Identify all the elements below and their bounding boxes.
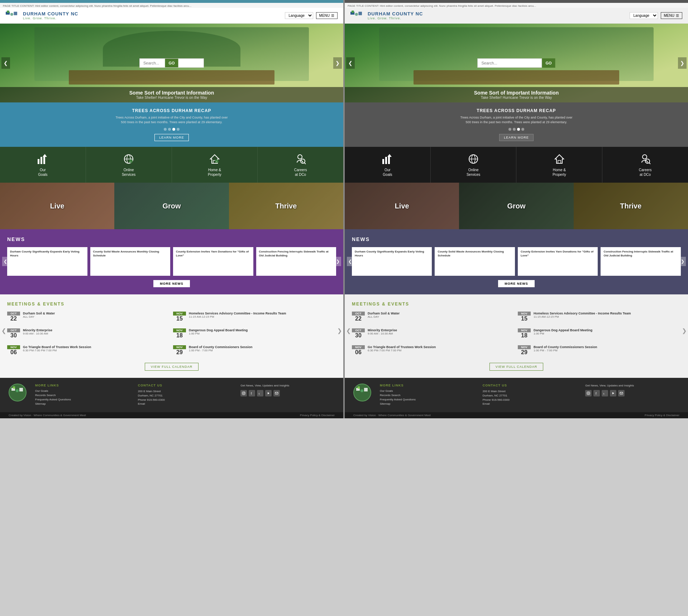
right-hero-caption-title: Some Sort of Important Information — [348, 90, 685, 96]
footer-email-link[interactable]: Email — [138, 402, 232, 405]
language-select[interactable]: Language English Spanish — [285, 12, 313, 19]
news-card-3[interactable]: County Extension Invites Yarn Donations … — [173, 247, 253, 276]
right-meeting-info-2: Homeless Services Advisory Committee - I… — [534, 312, 631, 318]
right-quick-label-careers: Careersat DCo — [639, 168, 652, 177]
right-meeting-sub-3: 9:00 AM - 10:30 AM — [368, 332, 397, 335]
meeting-sub-1: ALL DAY — [23, 315, 55, 318]
right-hero-next-button[interactable]: ❯ — [678, 57, 687, 69]
svg-rect-33 — [352, 10, 354, 13]
right-footer-link-records[interactable]: Records Search — [380, 394, 474, 397]
right-news-card-2[interactable]: County Solid Waste Announces Monthly Clo… — [435, 247, 515, 276]
right-lgt-grow[interactable]: Grow — [459, 183, 573, 229]
right-twitter-icon[interactable]: t — [602, 390, 608, 396]
meeting-date-2: NOV 15 — [173, 312, 186, 322]
svg-rect-44 — [558, 160, 561, 163]
svg-rect-3 — [14, 11, 17, 15]
quick-link-online[interactable]: ⌂ OnlineServices — [86, 147, 172, 183]
svg-point-54 — [588, 393, 589, 394]
right-news-next-button[interactable]: ❯ — [679, 257, 686, 266]
footer-link-sitemap[interactable]: Sitemap — [35, 402, 129, 405]
meetings-prev-button[interactable]: ❮ — [1, 327, 6, 334]
right-info-banner-body: Trees Across Durham, a joint initiative … — [459, 115, 574, 124]
news-card-2[interactable]: County Solid Waste Announces Monthly Clo… — [90, 247, 171, 276]
hero-next-button[interactable]: ❯ — [333, 57, 342, 69]
right-facebook-icon[interactable]: f — [593, 390, 600, 396]
lgt-live[interactable]: Live — [0, 183, 114, 229]
svg-rect-23 — [16, 389, 19, 392]
right-footer-link-goals[interactable]: Our Goals — [380, 389, 474, 393]
view-calendar-button[interactable]: VIEW FULL CALENDAR — [145, 363, 199, 371]
right-footer-contact: CONTACT US 200 E Main StreetDurham, NC 2… — [483, 384, 577, 406]
right-lgt-live[interactable]: Live — [345, 183, 459, 229]
right-view-calendar-button[interactable]: VIEW FULL CALENDAR — [489, 363, 544, 371]
hero-prev-button[interactable]: ❮ — [1, 57, 10, 69]
meeting-sub-6: 1:00 PM - 7:00 PM — [189, 349, 253, 352]
meeting-day-4: 18 — [173, 332, 186, 339]
right-meeting-month-3: OCT — [352, 328, 365, 332]
lgt-grow-label: Grow — [162, 202, 181, 210]
right-home-icon — [553, 153, 566, 165]
right-quick-link-home[interactable]: Home &Property — [516, 147, 602, 183]
more-news-button[interactable]: MORE NEWS — [153, 280, 190, 287]
right-search-button[interactable]: GO — [542, 58, 555, 68]
news-card-4[interactable]: Construction Fencing Interrupts Sidewalk… — [256, 247, 336, 276]
quick-link-home[interactable]: ✓ Home &Property — [172, 147, 258, 183]
right-menu-button[interactable]: MENU ☰ — [661, 12, 682, 19]
right-more-news-button[interactable]: MORE NEWS — [498, 280, 535, 287]
hero-search: GO — [139, 58, 204, 68]
right-language-select[interactable]: Language — [630, 12, 658, 19]
svg-rect-37 — [385, 157, 387, 164]
right-news-card-4[interactable]: Construction Fencing Interrupts Sidewalk… — [601, 247, 681, 276]
right-footer-link-faq[interactable]: Frequently Asked Questions — [380, 398, 474, 401]
search-button[interactable]: GO — [165, 59, 178, 67]
facebook-icon[interactable]: f — [249, 390, 255, 396]
right-quick-link-goals[interactable]: OurGoals — [345, 147, 431, 183]
right-lgt-thrive[interactable]: Thrive — [574, 183, 688, 229]
right-meeting-month-5: NOV — [352, 345, 365, 349]
instagram-icon[interactable] — [240, 390, 247, 396]
youtube-icon[interactable] — [265, 390, 272, 396]
meeting-name-1: Durham Soil & Water — [23, 312, 55, 315]
meeting-date-4: NOV 18 — [173, 328, 186, 339]
right-meetings-prev-button[interactable]: ❮ — [346, 327, 351, 334]
right-footer-inner: MORE LINKS Our Goals Records Search Freq… — [353, 384, 679, 406]
lgt-grow[interactable]: Grow — [114, 183, 229, 229]
footer-link-goals[interactable]: Our Goals — [35, 389, 129, 393]
news-card-title-4: Construction Fencing Interrupts Sidewalk… — [259, 250, 334, 258]
right-footer-email-link[interactable]: Email — [483, 402, 577, 405]
meetings-title: MEETINGS & EVENTS — [7, 302, 336, 307]
email-icon[interactable] — [273, 390, 280, 396]
right-meeting-name-1: Durham Soil & Water — [368, 312, 400, 315]
right-meetings-next-button[interactable]: ❯ — [682, 327, 687, 334]
right-learn-more-button[interactable]: LEARN MORE — [499, 134, 534, 141]
right-meeting-date-2: NOV 15 — [518, 312, 531, 322]
right-news-card-3[interactable]: County Extension Invites Yarn Donations … — [518, 247, 598, 276]
footer-link-records[interactable]: Records Search — [35, 394, 129, 397]
quick-link-goals[interactable]: OurGoals — [0, 147, 86, 183]
svg-rect-5 — [40, 157, 42, 164]
lgt-thrive[interactable]: Thrive — [229, 183, 343, 229]
right-quick-link-careers[interactable]: Careersat DCo — [602, 147, 688, 183]
right-quick-links: OurGoals OnlineServices Home &Property C… — [345, 147, 688, 183]
right-email-icon[interactable] — [618, 390, 625, 396]
footer-link-faq[interactable]: Frequently Asked Questions — [35, 398, 129, 401]
news-next-button[interactable]: ❯ — [335, 257, 341, 266]
right-youtube-icon[interactable] — [610, 390, 616, 396]
menu-button[interactable]: MENU ☰ — [316, 12, 338, 19]
right-meeting-month-6: NOV — [518, 345, 531, 349]
right-footer-link-sitemap[interactable]: Sitemap — [380, 402, 474, 405]
learn-more-button[interactable]: LEARN MORE — [154, 134, 189, 141]
twitter-icon[interactable]: t — [257, 390, 263, 396]
quick-link-careers[interactable]: Careersat DCo — [258, 147, 343, 183]
news-card-1[interactable]: Durham County Significantly Expands Earl… — [7, 247, 87, 276]
right-search-input[interactable] — [477, 58, 542, 68]
right-quick-link-online[interactable]: OnlineServices — [431, 147, 517, 183]
right-meeting-month-1: OCT — [352, 312, 365, 316]
hero-caption-title: Some Sort of Important Information — [3, 90, 340, 96]
right-hero-prev-button[interactable]: ❮ — [346, 57, 355, 69]
meetings-next-button[interactable]: ❯ — [337, 327, 342, 334]
page-title-bar: PAGE TITLE CONTENT: Hint editor content,… — [0, 3, 343, 8]
right-instagram-icon[interactable] — [585, 390, 592, 396]
right-news-card-1[interactable]: Durham County Significantly Expands Earl… — [352, 247, 432, 276]
right-meetings-grid: OCT 22 Durham Soil & Water ALL DAY NOV 1… — [352, 312, 681, 359]
